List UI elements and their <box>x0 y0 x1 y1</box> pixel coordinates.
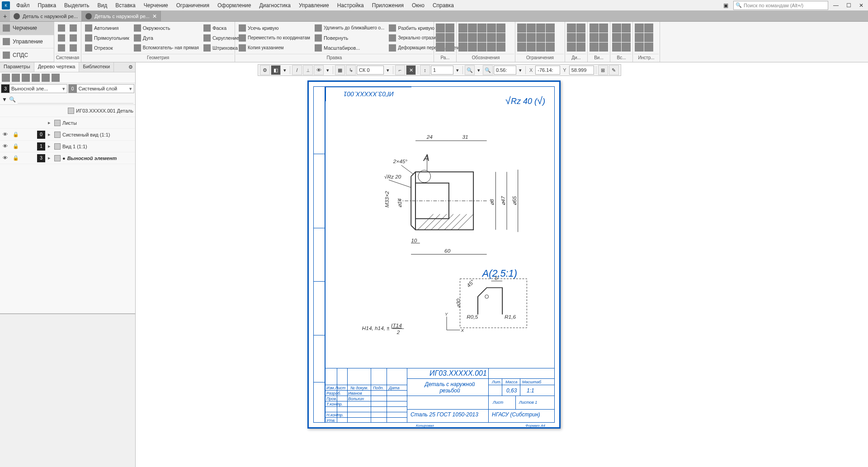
new-tab-button[interactable]: + <box>0 11 10 21</box>
vt-eyedropper-icon[interactable]: ✎ <box>609 65 619 75</box>
tool-icon[interactable] <box>52 74 60 82</box>
tool-icon[interactable] <box>2 74 10 82</box>
vt-icon[interactable]: 👁 <box>314 65 324 75</box>
con-icon[interactable] <box>546 42 555 52</box>
style-combo[interactable]: 0 Системный слой ▾ <box>68 84 135 93</box>
save-icon[interactable] <box>56 43 67 52</box>
con-icon[interactable] <box>546 33 555 42</box>
con-icon[interactable] <box>536 33 545 42</box>
con-icon[interactable] <box>527 24 536 33</box>
ann-icon[interactable] <box>477 24 486 33</box>
maximize-button[interactable]: ☐ <box>844 1 854 9</box>
menu-insert[interactable]: Вставка <box>112 1 139 10</box>
lock-icon[interactable] <box>13 155 19 161</box>
tool-icon[interactable] <box>42 74 50 82</box>
panel-tab-params[interactable]: Параметры <box>0 62 34 72</box>
ann-icon[interactable] <box>458 42 467 52</box>
ann-icon[interactable] <box>468 42 477 52</box>
move-coord-button[interactable]: Переместить по координатам <box>237 33 312 42</box>
tree-row-detail[interactable]: 3 ▸● Выносной элемент <box>0 152 135 164</box>
menu-draw[interactable]: Черчение <box>140 1 172 10</box>
doc-tab-0[interactable]: Деталь с наружной ре... <box>10 11 82 21</box>
mode-spds[interactable]: СПДС <box>0 48 54 62</box>
arc-button[interactable]: Дуга <box>132 33 201 42</box>
filter-icon[interactable]: ▼ <box>2 96 7 103</box>
aux-line-button[interactable]: Вспомогатель- ная прямая <box>132 43 201 52</box>
visibility-icon[interactable] <box>3 143 9 150</box>
ann-icon[interactable] <box>487 33 496 42</box>
trim-button[interactable]: Усечь кривую <box>237 24 312 33</box>
con-icon[interactable] <box>536 24 545 33</box>
vt-grid-icon[interactable]: ▦ <box>335 65 345 75</box>
vt-zoom-icon[interactable]: 🔍 <box>483 65 493 75</box>
lock-icon[interactable] <box>13 143 19 150</box>
ann-icon[interactable] <box>477 42 486 52</box>
command-search[interactable]: 🔍 Поиск по командам (Alt+/) <box>733 1 828 10</box>
panel-tab-libs[interactable]: Библиотеки <box>79 62 114 72</box>
tree-row-view1[interactable]: 1 ▸Вид 1 (1:1) <box>0 141 135 152</box>
con-icon[interactable] <box>517 33 526 42</box>
vt-snap-icon[interactable]: ✕ <box>406 65 416 75</box>
filter-input[interactable] <box>18 95 133 104</box>
zoom-field[interactable]: 0.56: <box>494 66 516 75</box>
menu-constraints[interactable]: Ограничения <box>173 1 213 10</box>
layer-combo[interactable]: 3 Выносной эле... ▾ <box>1 84 67 93</box>
ann-icon[interactable] <box>496 24 505 33</box>
visibility-icon[interactable] <box>3 132 9 138</box>
menu-diagnostics[interactable]: Диагностика <box>255 1 294 10</box>
minimize-button[interactable]: — <box>831 1 841 9</box>
dim-icon[interactable] <box>436 33 445 42</box>
tab-close-icon[interactable]: ✕ <box>152 13 157 19</box>
vt-cs-icon[interactable]: ↳ <box>346 65 356 75</box>
copy-pick-button[interactable]: Копия указанием <box>237 43 312 52</box>
tree-row-sheets[interactable]: ▸Листы <box>0 117 135 129</box>
tree-row-sysview[interactable]: 0 ▸Системный вид (1:1) <box>0 129 135 141</box>
canvas[interactable]: ⚙ ◧ ▾ / ⟂ 👁 ▾ ▦ ↳ СК 0 ▾ ⌐ ✕ ↕ 1 ▾ 🔍 ▾ 🔍… <box>136 62 868 467</box>
menu-edit[interactable]: Правка <box>34 1 60 10</box>
menu-view[interactable]: Вид <box>94 1 111 10</box>
panel-tab-tree[interactable]: Дерево чертежа <box>34 62 80 72</box>
dim-icon[interactable] <box>436 42 445 52</box>
menu-settings[interactable]: Настройка <box>334 1 368 10</box>
layout-icon[interactable]: ▣ <box>721 1 731 9</box>
menu-select[interactable]: Выделить <box>61 1 93 10</box>
scale-field[interactable]: 1 <box>431 66 453 75</box>
ann-icon[interactable] <box>468 33 477 42</box>
con-icon[interactable] <box>517 42 526 52</box>
ann-icon[interactable] <box>477 33 486 42</box>
y-field[interactable]: 58.999 <box>569 66 594 75</box>
menu-manage[interactable]: Управление <box>295 1 333 10</box>
dim-icon[interactable] <box>445 24 454 33</box>
chevron-down-icon[interactable]: ▾ <box>325 65 331 75</box>
vt-icon[interactable]: ↕ <box>420 65 430 75</box>
vt-icon[interactable]: ⚙ <box>260 65 270 75</box>
cs-combo[interactable]: СК 0 <box>357 66 384 75</box>
properties-icon[interactable] <box>68 33 79 42</box>
ann-icon[interactable] <box>496 33 505 42</box>
mode-manage[interactable]: Управление <box>0 35 54 49</box>
chevron-down-icon[interactable]: ▾ <box>454 65 461 75</box>
circle-button[interactable]: Окружность <box>132 24 201 33</box>
gear-icon[interactable]: ⚙ <box>126 62 135 72</box>
ann-icon[interactable] <box>496 42 505 52</box>
open-icon[interactable] <box>68 24 79 33</box>
print-icon[interactable] <box>56 33 67 42</box>
autoline-button[interactable]: Автолиния <box>83 24 131 33</box>
menu-apps[interactable]: Приложения <box>368 1 407 10</box>
x-field[interactable]: -76.14: <box>535 66 560 75</box>
ann-icon[interactable] <box>468 24 477 33</box>
menu-file[interactable]: Файл <box>13 1 33 10</box>
ann-icon[interactable] <box>458 33 467 42</box>
rotate-button[interactable]: Повернуть <box>313 33 386 42</box>
extend-button[interactable]: Удлинить до ближайшего о... <box>313 24 386 33</box>
vt-eraser-icon[interactable]: ◧ <box>271 65 281 75</box>
con-icon[interactable] <box>527 33 536 42</box>
vt-zoom-icon[interactable]: 🔍 <box>465 65 475 75</box>
ann-icon[interactable] <box>458 24 467 33</box>
tool-icon[interactable] <box>22 74 30 82</box>
chevron-down-icon[interactable]: ▾ <box>517 65 524 75</box>
new-icon[interactable] <box>56 24 67 33</box>
con-icon[interactable] <box>546 24 555 33</box>
con-icon[interactable] <box>517 24 526 33</box>
chevron-down-icon[interactable]: ▾ <box>476 65 482 75</box>
